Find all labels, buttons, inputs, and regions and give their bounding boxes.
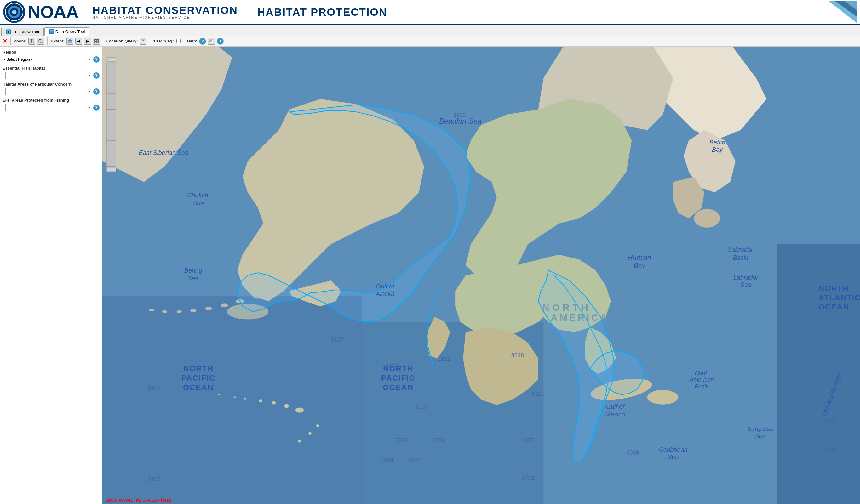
hawaii-south2 <box>309 432 312 435</box>
efh-row: ? <box>2 72 100 79</box>
gulf-alaska-label2: Alaska <box>375 290 395 297</box>
extent-full-button[interactable] <box>93 38 100 45</box>
depth-5909: 5909 <box>148 385 161 391</box>
hapc-label: Habitat Areas of Particular Concern <box>2 82 100 87</box>
hispaniola <box>647 390 678 404</box>
help-question-button[interactable]: ? <box>199 38 206 45</box>
efh-fishing-row: ? <box>2 104 100 112</box>
gulf-mexico-label: Gulf of <box>606 403 625 410</box>
region-select-wrapper: - Select Region - Alaska Pacific Coast G… <box>2 56 92 63</box>
region-section: Region - Select Region - Alaska Pacific … <box>2 50 100 63</box>
bering-sea-label2: Sea <box>188 275 199 282</box>
extent-label: Extent: <box>51 39 64 43</box>
tab-data-query[interactable]: Data Query Tool <box>44 27 90 35</box>
hawaii-northwest3 <box>218 394 220 396</box>
north-american-basin-label: North <box>694 370 708 376</box>
depth-6727: 6727 <box>409 457 421 463</box>
north-pacific-mid-label3: OCEAN <box>383 383 413 391</box>
depth-6938: 6938 <box>415 404 428 410</box>
hapc-select[interactable] <box>2 88 6 95</box>
gulf-alaska-label: Gulf of <box>376 283 395 290</box>
bering-sea-label: Bering <box>184 267 202 274</box>
tabs-bar: EFH View Tool Data Query Tool <box>0 25 860 36</box>
depth-6038: 6038 <box>626 449 639 456</box>
zoom-scale-bottom <box>106 167 116 172</box>
hawaii-south1 <box>316 424 319 427</box>
hudson-bay-label2: Bay <box>633 262 645 269</box>
chukchi-sea-label: Chukchi <box>187 192 210 199</box>
north-pacific-mid-label2: PACIFIC <box>381 374 415 382</box>
hawaii-big-island <box>296 408 304 413</box>
location-query-button[interactable]: ? <box>140 38 146 45</box>
beaufort-sea-label: Beaufort Sea <box>439 117 482 125</box>
aleutian3 <box>221 303 228 307</box>
extent-prev-button[interactable]: ◀ <box>75 38 82 45</box>
svg-rect-37 <box>777 244 860 504</box>
aleutian5 <box>190 309 196 312</box>
nmfs-subtitle: NATIONAL MARINE FISHERIES SERVICE <box>92 15 238 19</box>
extent-globe-button[interactable] <box>67 38 73 45</box>
caribbean-label2: Sea <box>668 453 678 460</box>
noaa-wordmark: NOAA <box>28 3 78 21</box>
main-toolbar: ✕ Zoom: Extent: ◀ ▶ Location Query: ? 10… <box>0 36 860 47</box>
efh-select-wrapper <box>2 72 92 79</box>
noaa-logo: NOAA <box>3 1 25 23</box>
sidebar: Region - Select Region - Alaska Pacific … <box>0 47 102 504</box>
newfoundland <box>694 209 720 227</box>
svg-point-10 <box>8 31 10 33</box>
north-pacific-left-label3: OCEAN <box>183 383 214 391</box>
zoom-in-button[interactable] <box>28 38 35 45</box>
hudson-bay-label: Hudson <box>628 254 651 261</box>
svg-rect-27 <box>97 42 98 43</box>
svg-text:?: ? <box>142 40 144 43</box>
depth-6958: 6958 <box>381 457 393 463</box>
depth-6377: 6377 <box>522 437 534 444</box>
svg-line-20 <box>42 42 43 43</box>
aleutian7 <box>162 310 167 313</box>
aleutian8 <box>149 309 154 311</box>
svg-rect-35 <box>102 296 362 504</box>
svg-rect-12 <box>50 30 53 31</box>
tab-efh-view[interactable]: EFH View Tool <box>1 28 44 35</box>
north-atlantic-label2: ATLANTIC <box>818 293 860 302</box>
map-svg: Beaufort Sea East Siberian Sea Chukchi S… <box>102 47 860 504</box>
hawaii-oahu <box>272 401 276 404</box>
close-button[interactable]: ✕ <box>2 38 7 45</box>
extent-next-button[interactable]: ▶ <box>84 38 91 45</box>
zoom-label: Zoom: <box>14 39 27 43</box>
svg-rect-26 <box>95 42 96 43</box>
habitat-protection-title: HABITAT PROTECTION <box>257 6 387 18</box>
ten-min-sq-checkbox[interactable] <box>176 39 181 43</box>
hapc-help-button[interactable]: ? <box>93 88 100 95</box>
efh-fishing-help-button[interactable]: ? <box>93 104 100 111</box>
depth-7596: 7596 <box>822 447 835 453</box>
main-layout: Region - Select Region - Alaska Pacific … <box>0 47 860 504</box>
region-help-button[interactable]: ? <box>93 56 100 63</box>
location-query-label: Location Query: <box>106 39 138 43</box>
gulf-mexico-label2: Mexico <box>605 411 625 418</box>
north-america-label2: AMERICA <box>551 312 608 323</box>
hapc-section: Habitat Areas of Particular Concern ? <box>2 82 100 95</box>
svg-rect-25 <box>97 39 98 41</box>
hawaii-south3 <box>298 440 301 443</box>
svg-line-17 <box>33 42 34 43</box>
depth-1152: 1152 <box>438 356 450 362</box>
region-select[interactable]: - Select Region - Alaska Pacific Coast G… <box>2 56 34 63</box>
efh-help-button[interactable]: ? <box>93 72 100 79</box>
depth-8238: 8238 <box>511 352 524 358</box>
labrador-sea-label2: Sea <box>740 281 751 288</box>
map-area[interactable]: Beaufort Sea East Siberian Sea Chukchi S… <box>102 47 860 504</box>
zoom-out-button[interactable] <box>37 38 44 45</box>
north-american-basin-label2: American <box>689 376 714 383</box>
baffin-bay-label: Baffin <box>710 139 726 146</box>
hawaii-northwest1 <box>244 398 246 400</box>
caribbean-label: Caribbean <box>659 446 687 453</box>
depth-5329: 5329 <box>532 391 545 397</box>
efh-select[interactable] <box>2 72 6 79</box>
labrador-basin-label: Labrador <box>728 246 754 253</box>
depth-5733: 5733 <box>522 475 534 481</box>
help-info-button[interactable]: i <box>217 38 224 45</box>
efh-fishing-select[interactable] <box>2 104 6 112</box>
aleutian6 <box>177 310 182 313</box>
help-doc-button[interactable] <box>208 38 215 45</box>
